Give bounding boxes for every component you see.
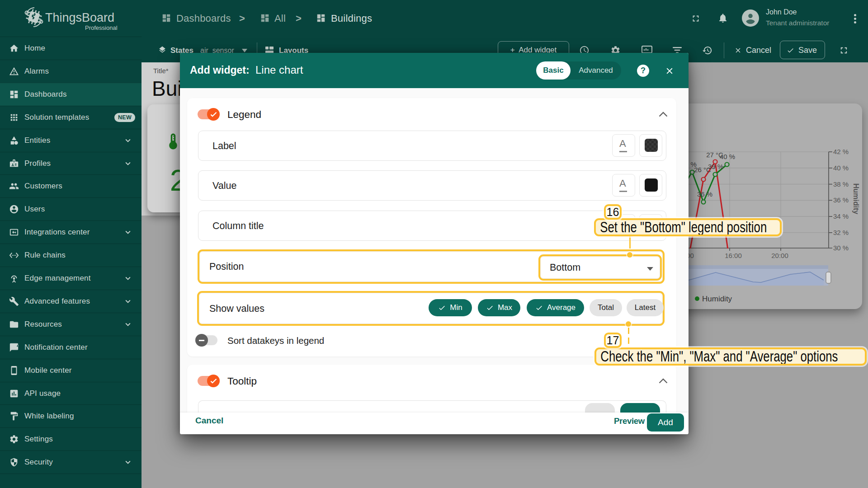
- svg-text:30 %: 30 %: [833, 244, 849, 252]
- svg-text:Humidity: Humidity: [852, 183, 860, 215]
- svg-text:16:00: 16:00: [725, 252, 742, 259]
- svg-text:34 %: 34 %: [833, 212, 849, 220]
- svg-text:32 %: 32 %: [833, 229, 849, 236]
- svg-text:36 %: 36 %: [833, 196, 849, 204]
- svg-text:36 %: 36 %: [697, 190, 712, 198]
- svg-text:40 %: 40 %: [833, 164, 849, 172]
- svg-text:Humidity: Humidity: [702, 295, 732, 303]
- svg-text:20:00: 20:00: [771, 252, 788, 259]
- svg-text:42 %: 42 %: [833, 148, 849, 155]
- svg-text:40 %: 40 %: [720, 153, 735, 160]
- svg-text:38 %: 38 %: [833, 180, 849, 188]
